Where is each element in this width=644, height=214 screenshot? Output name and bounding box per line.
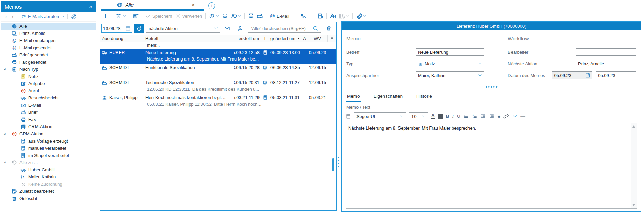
sidebar-item-maier-kathrin[interactable]: Maier, Kathrin — [1, 173, 96, 180]
toolbar-books-button[interactable] — [338, 12, 350, 20]
sidebar-item-keine-zuordnung[interactable]: Keine Zuordnung — [1, 180, 96, 188]
delete-filter-button[interactable] — [323, 24, 335, 33]
toolbar-check-button[interactable]: Speichern — [144, 12, 173, 20]
diamond-button[interactable]: ◆ — [498, 115, 500, 118]
nav-back-icon[interactable]: ‹ — [4, 14, 9, 19]
toolbar-convert-button[interactable] — [131, 12, 140, 20]
scrollbar-thumb[interactable] — [332, 158, 334, 171]
chevron-down-icon[interactable] — [109, 14, 113, 18]
sidebar-item-fax-gesendet[interactable]: Fax gesendet — [1, 58, 96, 66]
column-header-a[interactable]: A — [302, 35, 307, 42]
email-filter-button[interactable] — [222, 24, 233, 33]
scroll-down-icon[interactable] — [632, 204, 635, 206]
memo-date-field[interactable]: 05.09.23 — [552, 71, 592, 79]
toolbar-print-button[interactable] — [221, 12, 229, 20]
expand-caret-icon[interactable]: ◢ — [4, 132, 5, 135]
numbered-list-button[interactable]: 12 — [472, 113, 477, 119]
detail-tab-historie[interactable]: Historie — [416, 92, 433, 102]
detail-tab-eigenschaften[interactable]: Eigenschaften — [373, 92, 404, 102]
toolbar-doc-export-button[interactable] — [316, 12, 324, 20]
chevron-down-icon[interactable] — [363, 14, 366, 18]
sidebar-item-gelöscht[interactable]: Gelöscht — [1, 195, 96, 202]
detail-tab-memo[interactable]: Memo — [346, 92, 361, 102]
sidebar-item-besuchsbericht[interactable]: Besuchsbericht — [1, 94, 96, 102]
list-row-schmidt[interactable]: SCHMIDTFunktionale Spezifikation23.06.15… — [100, 64, 336, 79]
toolbar-plus-button[interactable] — [101, 12, 114, 20]
divider-dash-button[interactable]: — — [520, 114, 525, 119]
bullet-list-button[interactable] — [463, 113, 469, 119]
sidebar-item-nach-typ[interactable]: ◢Nach Typ — [1, 66, 96, 73]
sidebar-item-e-mail[interactable]: E-Mail — [1, 102, 96, 109]
chevron-down-icon[interactable] — [216, 14, 219, 18]
expand-caret-icon[interactable]: ◢ — [4, 68, 5, 70]
indent-button[interactable] — [489, 113, 494, 119]
sidebar-item-prinz-amelie[interactable]: Prinz, Amelie — [1, 30, 96, 37]
column-header-geändert-um[interactable]: geändert um▼ — [269, 35, 302, 42]
toolbar-mailbox-button[interactable] — [256, 12, 264, 20]
chevron-down-icon[interactable] — [238, 14, 241, 18]
sidebar-item-aufgabe[interactable]: Aufgabe — [1, 80, 96, 87]
list-row-kaiser-philipp[interactable]: Kaiser, PhilippHerr Koch nochmals kontak… — [100, 94, 336, 109]
sidebar-item-alle[interactable]: Alle — [1, 23, 96, 30]
bearbeiter-input[interactable] — [576, 48, 636, 56]
toolbar-fax-button[interactable] — [247, 12, 255, 20]
scroll-up-icon[interactable] — [632, 125, 635, 128]
sidebar-item-notiz[interactable]: Notiz — [1, 73, 96, 80]
calendar-icon[interactable] — [125, 26, 131, 31]
toolbar-xmark-button[interactable]: Verwerfen — [174, 12, 204, 20]
sidebar-item-crm-aktion[interactable]: ◢?CRM-Aktion — [1, 130, 96, 137]
ansprechpartner-select[interactable]: Maier, Kathrin — [416, 71, 484, 79]
collapse-sidebar-button[interactable]: « — [89, 4, 92, 10]
more-row[interactable]: mehr... — [100, 42, 336, 49]
toolbar-alarm-button[interactable] — [208, 12, 220, 20]
sidebar-item-im-stapel-verarbeitet[interactable]: im Stapel verarbeitet — [1, 152, 96, 159]
sidebar-item-fax[interactable]: Fax — [1, 116, 96, 123]
tab-alle[interactable]: Alle ✕ — [101, 1, 204, 9]
toolbar-person-doc-button[interactable] — [329, 12, 337, 20]
date-filter-field[interactable]: 13.09.23 — [101, 24, 132, 33]
highlight-color-button[interactable] — [438, 114, 443, 119]
person-filter-button[interactable] — [235, 24, 246, 33]
sidebar-item-e-mail-gesendet[interactable]: @E-Mail gesendet — [1, 44, 96, 51]
link-button[interactable] — [503, 113, 509, 119]
betreff-input[interactable]: Neue Lieferung — [416, 48, 484, 56]
column-header-erstellt-um[interactable]: erstellt um — [234, 35, 261, 42]
toolbar-phone-button[interactable] — [299, 12, 312, 20]
memo-date-field-2[interactable]: 05.09.23 — [596, 71, 636, 79]
column-header-t[interactable]: T — [261, 35, 269, 42]
panel-splitter-handle[interactable] — [338, 157, 339, 167]
chevron-down-icon[interactable] — [290, 14, 294, 18]
memo-scrollbar[interactable] — [631, 123, 637, 208]
close-tab-button[interactable]: ✕ — [191, 2, 195, 8]
insert-field-button[interactable] — [346, 113, 351, 119]
sidebar-item-huber-gmbh[interactable]: Huber GmbH — [1, 166, 96, 173]
sidebar-item-brief-gesendet[interactable]: Brief gesendet — [1, 51, 96, 58]
outdent-button[interactable] — [480, 113, 486, 119]
alarm-filter-button[interactable] — [134, 24, 144, 33]
search-icon[interactable] — [313, 26, 319, 31]
sidebar-item-e-mail-empfangen[interactable]: @E-Mail empfangen — [1, 37, 96, 44]
sidebar-item-zuletzt-bearbeitet[interactable]: Zuletzt bearbeitet — [1, 188, 96, 195]
form-collapse-handle[interactable] — [486, 86, 497, 88]
expand-caret-icon[interactable]: ◢ — [4, 161, 5, 164]
chevron-down-icon[interactable] — [123, 14, 126, 18]
calendar-icon[interactable] — [585, 73, 590, 78]
size-select[interactable]: 10 — [409, 112, 428, 120]
italic-button[interactable]: I — [452, 114, 454, 119]
font-select[interactable]: Segoe UI — [354, 112, 406, 120]
toolbar-trash-button[interactable] — [114, 12, 127, 20]
chevron-down-icon[interactable] — [346, 14, 349, 18]
search-input[interactable] — [250, 26, 311, 31]
nav-forward-icon[interactable]: › — [10, 14, 15, 19]
scrollbar-up-arrow[interactable] — [331, 37, 333, 39]
list-row-huber[interactable]: HUBERNeue Lieferung05.09.23 12:5805.09.2… — [100, 49, 336, 64]
typ-select[interactable]: Notiz — [416, 60, 484, 67]
list-row-schmidt[interactable]: SCHMIDTTechnische Spezifikation23.06.15 … — [100, 79, 336, 94]
more-button[interactable] — [512, 113, 517, 119]
sidebar-item-aus-vorlage-erzeugt[interactable]: aus Vorlage erzeugt — [1, 137, 96, 145]
toolbar-paperclip-button[interactable] — [355, 12, 367, 20]
action-filter-select[interactable]: nächste Aktion — [146, 24, 220, 33]
naechste-aktion-input[interactable]: Prinz, Amelie — [576, 60, 636, 67]
sidebar-item-anruf[interactable]: ?Anruf — [1, 87, 96, 94]
chevron-down-icon[interactable] — [307, 14, 311, 18]
